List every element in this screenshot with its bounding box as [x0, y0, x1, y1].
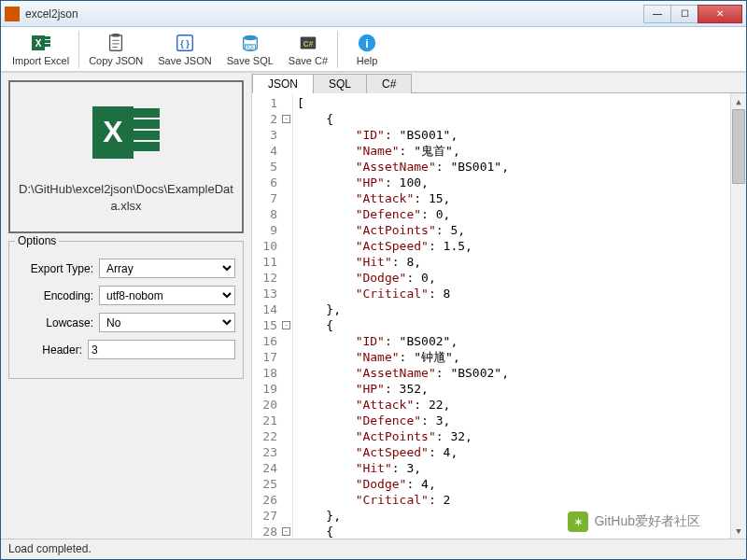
svg-rect-23 — [134, 131, 160, 140]
code-editor[interactable]: 12-3456789101112131415-16171819202122232… — [252, 93, 746, 539]
titlebar: excel2json — ☐ ✕ — [1, 1, 746, 27]
encoding-label: Encoding: — [17, 289, 99, 302]
file-dropzone[interactable]: X D:\GitHub\excel2json\Docs\ExampleData.… — [8, 80, 244, 233]
fold-toggle[interactable]: - — [282, 527, 290, 536]
svg-rect-24 — [134, 142, 160, 151]
help-button[interactable]: i Help — [340, 30, 394, 68]
line-gutter: 12-3456789101112131415-16171819202122232… — [252, 93, 293, 539]
scroll-thumb[interactable] — [732, 109, 745, 184]
excel-logo-icon: X — [89, 99, 163, 166]
save-cs-button[interactable]: C# Save C# — [281, 30, 335, 68]
right-panel: JSON SQL C# 12-3456789101112131415-16171… — [251, 73, 746, 539]
svg-rect-6 — [113, 34, 120, 37]
svg-text:X: X — [35, 38, 41, 49]
lowcase-select[interactable]: No — [99, 313, 235, 332]
svg-text:SQL: SQL — [246, 45, 255, 49]
fold-toggle[interactable]: - — [282, 321, 290, 329]
app-icon — [5, 7, 20, 21]
excel-icon: X — [30, 32, 52, 54]
fold-toggle[interactable]: - — [282, 115, 290, 123]
sql-icon: SQL — [239, 32, 261, 54]
svg-text:C#: C# — [303, 40, 314, 49]
encoding-select[interactable]: utf8-nobom — [99, 286, 235, 305]
toolbar-separator — [78, 31, 79, 68]
header-input[interactable] — [88, 340, 235, 359]
code-content[interactable]: [ { "ID": "BS001", "Name": "鬼首", "AssetN… — [293, 93, 730, 539]
app-window: excel2json — ☐ ✕ X Import Excel Copy JSO… — [0, 0, 747, 560]
options-legend: Options — [15, 234, 59, 247]
svg-rect-2 — [45, 36, 50, 39]
save-json-button[interactable]: { } Save JSON — [150, 30, 218, 68]
output-tabs: JSON SQL C# — [252, 73, 746, 93]
vertical-scrollbar[interactable]: ▲ ▼ — [730, 93, 746, 539]
lowcase-label: Lowcase: — [17, 316, 99, 329]
svg-text:X: X — [103, 115, 123, 148]
clipboard-icon — [105, 32, 127, 54]
json-icon: { } — [174, 32, 196, 54]
export-type-select[interactable]: Array — [99, 259, 235, 278]
scroll-down-arrow[interactable]: ▼ — [731, 523, 746, 539]
copy-json-button[interactable]: Copy JSON — [81, 30, 150, 68]
scroll-up-arrow[interactable]: ▲ — [731, 93, 746, 109]
status-bar: Load completed. — [1, 539, 746, 559]
svg-rect-5 — [110, 35, 122, 51]
csharp-icon: C# — [297, 32, 319, 54]
svg-rect-4 — [45, 44, 50, 47]
close-button[interactable]: ✕ — [698, 5, 742, 23]
left-panel: X D:\GitHub\excel2json\Docs\ExampleData.… — [1, 73, 251, 539]
save-sql-button[interactable]: SQL Save SQL — [219, 30, 281, 68]
toolbar: X Import Excel Copy JSON { } Save JSON S… — [1, 27, 746, 72]
file-path: D:\GitHub\excel2json\Docs\ExampleData.xl… — [16, 181, 236, 215]
window-title: excel2json — [25, 7, 644, 21]
header-label: Header: — [17, 343, 88, 357]
info-icon: i — [356, 32, 378, 54]
svg-rect-21 — [134, 108, 160, 118]
status-text: Load completed. — [8, 542, 92, 555]
tab-sql[interactable]: SQL — [313, 74, 367, 93]
maximize-button[interactable]: ☐ — [670, 5, 698, 23]
tab-cs[interactable]: C# — [366, 74, 412, 93]
import-excel-button[interactable]: X Import Excel — [5, 30, 77, 68]
svg-text:{ }: { } — [180, 39, 190, 49]
toolbar-separator — [337, 31, 338, 68]
minimize-button[interactable]: — — [643, 5, 671, 23]
options-group: Options Export Type: Array Encoding: utf… — [8, 241, 244, 379]
export-type-label: Export Type: — [17, 262, 99, 275]
tab-json[interactable]: JSON — [252, 74, 314, 93]
svg-rect-22 — [134, 119, 160, 129]
content-area: X D:\GitHub\excel2json\Docs\ExampleData.… — [1, 72, 746, 539]
svg-point-12 — [243, 35, 257, 41]
svg-rect-3 — [45, 40, 50, 43]
svg-text:i: i — [365, 36, 369, 50]
